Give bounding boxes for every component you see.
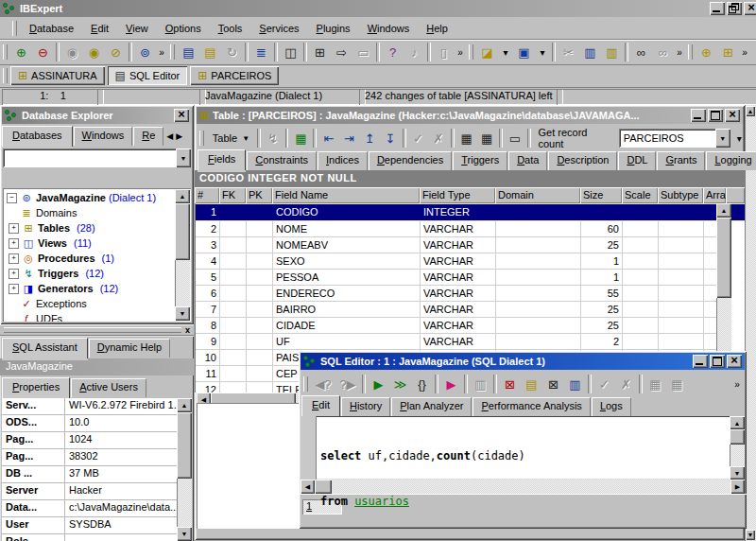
- cell-field-type[interactable]: INTEGER: [421, 204, 496, 220]
- cell-size[interactable]: 2: [581, 334, 623, 350]
- move-field-down-icon[interactable]: ↧: [380, 128, 401, 148]
- sql-code-area[interactable]: select uf,cidade,count(cidade) from usua…: [301, 416, 745, 480]
- sql-maximize-button[interactable]: [710, 355, 725, 368]
- menu-windows[interactable]: Windows: [360, 20, 418, 37]
- menubar-grip[interactable]: [12, 21, 17, 36]
- tab-fields[interactable]: Fields: [198, 149, 246, 170]
- cell-fk[interactable]: [220, 350, 247, 366]
- cell-fk[interactable]: [220, 382, 247, 393]
- toolbar-chevron-icon[interactable]: »: [156, 49, 167, 56]
- cell-scale[interactable]: [623, 302, 659, 318]
- chevron-down-icon[interactable]: ▼: [715, 129, 730, 148]
- cell-fk[interactable]: [220, 253, 247, 270]
- tab-sql-assistant[interactable]: SQL Assistant: [2, 338, 88, 358]
- cell-num[interactable]: 5: [196, 270, 220, 286]
- cell-domain[interactable]: [496, 253, 581, 270]
- tab-windows[interactable]: Windows: [74, 127, 133, 146]
- collapse-icon[interactable]: −: [7, 193, 17, 203]
- splitter-grip[interactable]: [4, 327, 181, 333]
- scroll-up-icon[interactable]: ▲: [716, 203, 731, 218]
- execute-icon[interactable]: ▶: [368, 374, 389, 394]
- register-database-icon[interactable]: ⊕: [10, 42, 32, 62]
- cell-scale[interactable]: [623, 221, 659, 237]
- add-field-icon[interactable]: ⇤: [318, 128, 339, 148]
- property-row[interactable]: DB ...37 MB: [2, 466, 192, 483]
- cell-pk[interactable]: [247, 318, 273, 334]
- sql-minimize-button[interactable]: [693, 355, 708, 368]
- scroll-up-icon[interactable]: ▲: [177, 398, 192, 412]
- tab-logging[interactable]: Logging: [706, 151, 756, 170]
- table-close-button[interactable]: [725, 109, 740, 122]
- code-horizontal-scrollbar[interactable]: ◀ ▶: [301, 480, 745, 494]
- save-dropdown-icon[interactable]: ▾: [535, 42, 550, 62]
- tab-description[interactable]: Description: [548, 151, 617, 170]
- cell-field-name[interactable]: ENDERECO: [273, 286, 421, 302]
- cell-pk[interactable]: [247, 237, 273, 253]
- unregister-database-icon[interactable]: ⊖: [32, 42, 54, 62]
- cell-field-type[interactable]: VARCHAR: [421, 221, 496, 237]
- tab-recent[interactable]: Re: [133, 127, 163, 146]
- cell-fk[interactable]: [220, 204, 247, 220]
- explorer-titlebar[interactable]: Database Explorer: [2, 107, 192, 124]
- sql-editor-titlebar[interactable]: SQL Editor : 1 : JavaMagazine (SQL Diale…: [301, 353, 745, 370]
- cell-pk[interactable]: [247, 302, 273, 318]
- tree-item-triggers[interactable]: + ↯ Triggers (12): [7, 266, 191, 281]
- table-maximize-button[interactable]: [708, 109, 723, 122]
- cell-domain[interactable]: [496, 237, 581, 253]
- cell-scale[interactable]: [623, 204, 659, 220]
- move-field-up-icon[interactable]: ↥: [359, 128, 380, 148]
- find-icon[interactable]: ∞: [630, 42, 652, 62]
- cell-scale[interactable]: [623, 237, 659, 253]
- window-tab-parceiros[interactable]: ⊞ PARCEIROS: [190, 66, 279, 85]
- tab-grants[interactable]: Grants: [657, 151, 705, 170]
- tree-item-procedures[interactable]: + ◎ Procedures (1): [7, 251, 191, 266]
- new-table-icon[interactable]: ⊞: [717, 42, 739, 62]
- help-icon[interactable]: ?: [382, 42, 404, 62]
- toolbar-chevron-icon[interactable]: »: [674, 49, 685, 56]
- cell-domain[interactable]: [496, 318, 581, 334]
- cell-subtype[interactable]: [659, 302, 704, 318]
- code-vertical-scrollbar[interactable]: ▲ ▼: [730, 416, 745, 480]
- cell-subtype[interactable]: [659, 221, 704, 237]
- object-combo[interactable]: PARCEIROS ▼: [619, 129, 730, 148]
- tab-scroll-left-icon[interactable]: ◀: [166, 131, 173, 141]
- tree-item-generators[interactable]: + ◨ Generators (12): [7, 281, 191, 296]
- execute-script-icon[interactable]: ≫: [389, 374, 411, 394]
- tab-scroll-right-icon[interactable]: ▶: [176, 131, 182, 141]
- property-row[interactable]: Data...c:\JavaMagazine\data...: [2, 500, 192, 517]
- cell-fk[interactable]: [220, 270, 247, 286]
- cell-pk[interactable]: [247, 366, 273, 382]
- disconnect-database-icon[interactable]: ⊘: [105, 42, 127, 62]
- form-view-icon[interactable]: ▦: [476, 128, 497, 148]
- scroll-down-icon[interactable]: ▼: [177, 527, 192, 541]
- cell-num[interactable]: 8: [196, 318, 220, 334]
- property-row[interactable]: Pag...1024: [2, 432, 192, 449]
- cell-size[interactable]: 55: [581, 286, 623, 302]
- property-row[interactable]: UserSYSDBA: [2, 517, 192, 534]
- print-icon[interactable]: ▭: [505, 128, 525, 148]
- cell-field-type[interactable]: VARCHAR: [421, 237, 496, 253]
- prepare-icon[interactable]: {}: [411, 374, 433, 394]
- col-array[interactable]: Arra: [703, 187, 726, 203]
- cell-num[interactable]: 10: [196, 350, 220, 366]
- new-object-icon[interactable]: ▤: [199, 42, 221, 62]
- splitter-close-icon[interactable]: x: [185, 325, 190, 335]
- grid-view-icon[interactable]: ▦: [456, 128, 477, 148]
- cell-scale[interactable]: [623, 253, 659, 270]
- open-file-icon[interactable]: ◪: [476, 42, 498, 62]
- cell-size[interactable]: 60: [581, 221, 623, 237]
- cell-num[interactable]: 3: [196, 237, 220, 253]
- cell-field-type[interactable]: VARCHAR: [421, 253, 496, 270]
- search-in-scripts-icon[interactable]: ◫: [280, 42, 301, 62]
- cell-field-type[interactable]: VARCHAR: [421, 286, 496, 302]
- cell-field-name[interactable]: NOMEABV: [273, 237, 421, 253]
- code-line[interactable]: select uf,cidade,count(cidade): [320, 448, 726, 463]
- app-titlebar[interactable]: IBExpert: [0, 0, 756, 17]
- tab-ddl[interactable]: DDL: [618, 151, 656, 170]
- tree-item-views[interactable]: + ◫ Views (11): [7, 236, 191, 251]
- grid-row[interactable]: 9UFVARCHAR2: [196, 334, 745, 350]
- cell-fk[interactable]: [220, 334, 247, 350]
- toolbar-grip[interactable]: [170, 44, 175, 60]
- menu-edit[interactable]: Edit: [83, 20, 116, 37]
- cell-fk[interactable]: [220, 318, 247, 334]
